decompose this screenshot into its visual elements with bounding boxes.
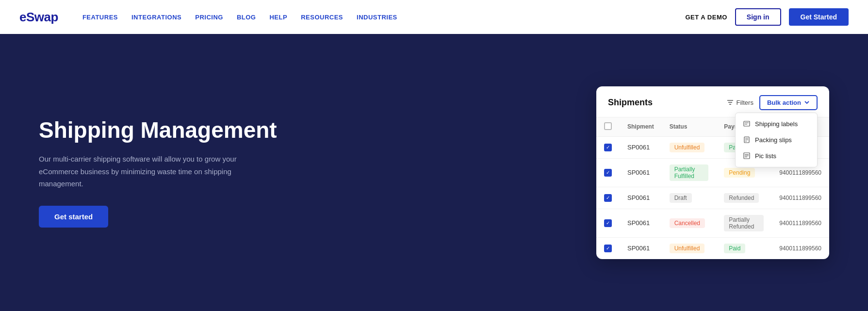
pic-lists-label: Pic lists (755, 152, 776, 160)
hero-left: Shipping Management Our multi-carrier sh… (39, 117, 281, 227)
nav-features[interactable]: FEATURES (82, 14, 118, 21)
slip-icon (743, 136, 750, 143)
tracking-number: 9400111899560 (779, 245, 821, 252)
payment-badge: Partially Refunded (724, 215, 764, 231)
table-row: ✓ SP0061 Cancelled Partially Refunded 94… (596, 209, 829, 237)
hero-section: Shipping Management Our multi-carrier sh… (0, 34, 868, 311)
nav-help[interactable]: HELP (269, 14, 287, 21)
list-icon (743, 152, 750, 159)
card-actions: Filters Bulk action (727, 95, 818, 110)
status-badge: Unfulfilled (670, 143, 705, 152)
nav-right: GET A DEMO Sign in Get Started (685, 8, 849, 26)
hero-description: Our multi-carrier shipping software will… (39, 153, 243, 190)
table-row: ✓ SP0061 Draft Refunded 9400111899560 (596, 187, 829, 209)
getstarted-button[interactable]: Get Started (789, 8, 849, 26)
row-checkbox-cell: ✓ (596, 158, 620, 187)
nav-links: FEATURES INTEGRATIONS PRICING BLOG HELP … (82, 14, 671, 21)
dropdown-pic-lists[interactable]: Pic lists (736, 148, 817, 164)
select-all-checkbox[interactable] (604, 122, 612, 130)
nav-demo[interactable]: GET A DEMO (685, 14, 727, 21)
status-badge: Unfulfilled (670, 244, 705, 253)
nav-integrations[interactable]: INTEGRATIONS (131, 14, 181, 21)
row-tracking: 9400111899560 (771, 237, 829, 259)
row-checkbox[interactable]: ✓ (604, 144, 612, 151)
row-status: Cancelled (662, 209, 717, 237)
row-status: Partially Fulfilled (662, 158, 717, 187)
row-checkbox-cell: ✓ (596, 187, 620, 209)
row-checkbox-cell: ✓ (596, 237, 620, 259)
shipments-title: Shipments (608, 98, 653, 108)
row-status: Draft (662, 187, 717, 209)
shipments-card: Shipments Filters Bulk action (596, 86, 829, 259)
row-payment: Partially Refunded (716, 209, 771, 237)
status-badge: Draft (670, 193, 692, 203)
row-checkbox[interactable]: ✓ (604, 194, 612, 202)
row-id: SP0061 (620, 136, 662, 158)
chevron-down-icon (804, 99, 810, 105)
card-header: Shipments Filters Bulk action (596, 86, 829, 117)
table-row: ✓ SP0061 Unfulfilled Paid 9400111899560 (596, 237, 829, 259)
status-badge: Partially Fulfilled (670, 164, 709, 181)
nav-blog[interactable]: BLOG (237, 14, 256, 21)
hero-right: Shipments Filters Bulk action (281, 86, 829, 259)
row-tracking: 9400111899560 (771, 209, 829, 237)
row-checkbox-cell: ✓ (596, 209, 620, 237)
bulk-action-dropdown: Shipping labels Packing slips (735, 113, 818, 167)
payment-badge: Refunded (724, 193, 759, 203)
filters-button[interactable]: Filters (727, 99, 753, 106)
shipping-labels-label: Shipping labels (755, 120, 798, 128)
tracking-number: 9400111899560 (779, 169, 821, 176)
th-checkbox (596, 117, 620, 137)
payment-badge: Paid (724, 244, 745, 253)
hero-title: Shipping Management (39, 117, 281, 143)
row-checkbox[interactable]: ✓ (604, 219, 612, 227)
packing-slips-label: Packing slips (755, 136, 792, 144)
dropdown-packing-slips[interactable]: Packing slips (736, 132, 817, 148)
filters-label: Filters (737, 99, 753, 106)
label-icon (743, 120, 750, 127)
th-shipment: Shipment (620, 117, 662, 137)
nav-resources[interactable]: RESOURCES (301, 14, 343, 21)
row-id: SP0061 (620, 158, 662, 187)
row-id: SP0061 (620, 187, 662, 209)
filter-icon (727, 99, 734, 106)
dropdown-shipping-labels[interactable]: Shipping labels (736, 116, 817, 132)
row-status: Unfulfilled (662, 237, 717, 259)
bulk-action-label: Bulk action (767, 99, 801, 106)
row-tracking: 9400111899560 (771, 187, 829, 209)
tracking-number: 9400111899560 (779, 195, 821, 201)
hero-cta-button[interactable]: Get started (39, 206, 108, 228)
status-badge: Cancelled (670, 218, 705, 228)
row-status: Unfulfilled (662, 136, 717, 158)
row-checkbox-cell: ✓ (596, 136, 620, 158)
row-payment: Paid (716, 237, 771, 259)
bulk-action-container: Bulk action (759, 95, 818, 110)
row-id: SP0061 (620, 237, 662, 259)
nav-pricing[interactable]: PRICING (195, 14, 223, 21)
row-checkbox[interactable]: ✓ (604, 169, 612, 177)
row-checkbox[interactable]: ✓ (604, 245, 612, 252)
svg-rect-3 (744, 121, 750, 126)
navbar: eSwap FEATURES INTEGRATIONS PRICING BLOG… (0, 0, 868, 34)
signin-button[interactable]: Sign in (735, 8, 781, 26)
payment-badge: Pending (724, 168, 755, 178)
logo: eSwap (19, 10, 58, 25)
row-payment: Refunded (716, 187, 771, 209)
nav-industries[interactable]: INDUSTRIES (357, 14, 397, 21)
th-status: Status (662, 117, 717, 137)
bulk-action-button[interactable]: Bulk action (759, 95, 818, 110)
tracking-number: 9400111899560 (779, 220, 821, 227)
row-id: SP0061 (620, 209, 662, 237)
